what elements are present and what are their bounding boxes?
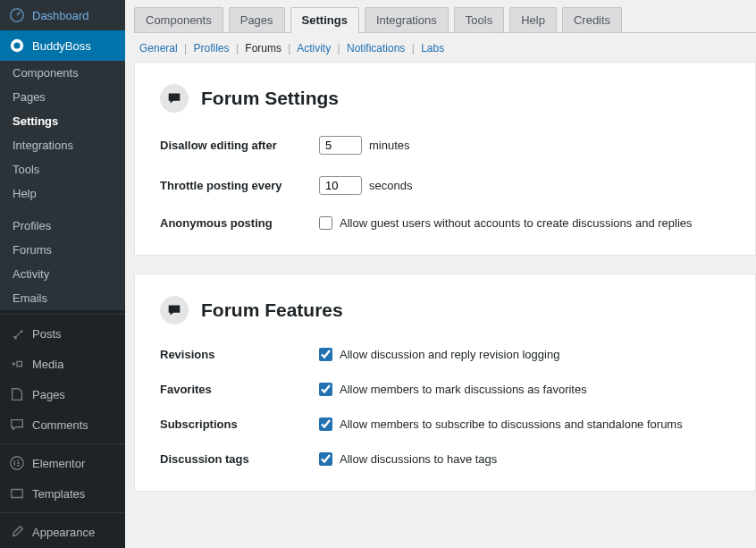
row-throttle: Throttle posting every seconds bbox=[160, 176, 730, 195]
checkbox-favorites[interactable] bbox=[319, 383, 332, 396]
sidebar-sub-pages[interactable]: Pages bbox=[0, 85, 125, 109]
label-editing: Disallow editing after bbox=[160, 139, 319, 152]
sidebar-item-comments[interactable]: Comments bbox=[0, 409, 125, 440]
dashboard-icon bbox=[9, 7, 25, 23]
brush-icon bbox=[9, 524, 25, 540]
checkbox-subscriptions[interactable] bbox=[319, 417, 332, 431]
sidebar-item-buddyboss[interactable]: BuddyBoss bbox=[0, 30, 125, 61]
sidebar-sub-integrations[interactable]: Integrations bbox=[0, 133, 125, 157]
subnav-forums[interactable]: Forums bbox=[245, 42, 281, 55]
subnav-labs[interactable]: Labs bbox=[421, 42, 444, 55]
main-content: Components Pages Settings Integrations T… bbox=[125, 0, 756, 548]
tab-integrations[interactable]: Integrations bbox=[365, 7, 449, 32]
panel-forum-settings: Forum Settings Disallow editing after mi… bbox=[134, 62, 756, 256]
panel-title: Forum Features bbox=[201, 299, 343, 321]
tab-help[interactable]: Help bbox=[509, 7, 557, 32]
sidebar-sub-components[interactable]: Components bbox=[0, 61, 125, 85]
panel-title: Forum Settings bbox=[201, 88, 339, 109]
sidebar-sub-forums[interactable]: Forums bbox=[0, 238, 125, 262]
svg-point-3 bbox=[13, 362, 16, 366]
elementor-icon bbox=[9, 455, 25, 471]
comment-icon bbox=[9, 417, 25, 433]
checkbox-tags-desc: Allow discussions to have tags bbox=[340, 452, 497, 466]
sidebar-item-templates[interactable]: Templates bbox=[0, 478, 125, 509]
unit-seconds: seconds bbox=[369, 179, 412, 192]
subnav-profiles[interactable]: Profiles bbox=[194, 42, 230, 55]
pin-icon bbox=[9, 325, 25, 341]
label-anonymous: Anonymous posting bbox=[160, 216, 319, 230]
sidebar-item-pages[interactable]: Pages bbox=[0, 379, 125, 409]
buddyboss-icon bbox=[9, 38, 25, 54]
checkbox-subscriptions-desc: Allow members to subscribe to discussion… bbox=[340, 417, 683, 431]
subnav-general[interactable]: General bbox=[139, 42, 178, 55]
input-editing-minutes[interactable] bbox=[319, 136, 362, 155]
sidebar-sub-settings[interactable]: Settings bbox=[0, 109, 125, 133]
sidebar-item-label: Dashboard bbox=[32, 9, 89, 22]
settings-subnav: General | Profiles | Forums | Activity |… bbox=[134, 33, 756, 62]
admin-sidebar: Dashboard BuddyBoss Components Pages Set… bbox=[0, 0, 125, 548]
tab-credits[interactable]: Credits bbox=[562, 7, 622, 32]
tab-tools[interactable]: Tools bbox=[454, 7, 504, 32]
input-throttle-seconds[interactable] bbox=[319, 176, 362, 195]
sidebar-item-posts[interactable]: Posts bbox=[0, 318, 125, 349]
forum-icon bbox=[160, 84, 189, 113]
tab-components[interactable]: Components bbox=[134, 7, 223, 32]
tab-settings[interactable]: Settings bbox=[290, 7, 359, 32]
sidebar-sub-help[interactable]: Help bbox=[0, 181, 125, 206]
checkbox-tags[interactable] bbox=[319, 452, 332, 466]
sidebar-sub-tools[interactable]: Tools bbox=[0, 157, 125, 181]
page-icon bbox=[9, 386, 25, 402]
row-discussion-tags: Discussion tags Allow discussions to hav… bbox=[160, 452, 730, 466]
label-tags: Discussion tags bbox=[160, 452, 319, 466]
unit-minutes: minutes bbox=[369, 139, 410, 152]
label-revisions: Revisions bbox=[160, 348, 319, 361]
checkbox-favorites-desc: Allow members to mark discussions as fav… bbox=[340, 383, 587, 396]
sidebar-sub-profiles[interactable]: Profiles bbox=[0, 214, 125, 238]
label-subscriptions: Subscriptions bbox=[160, 417, 319, 431]
checkbox-anonymous[interactable] bbox=[319, 216, 332, 230]
checkbox-revisions[interactable] bbox=[319, 348, 332, 361]
sidebar-item-dashboard[interactable]: Dashboard bbox=[0, 0, 125, 30]
sidebar-sub-activity[interactable]: Activity bbox=[0, 262, 125, 286]
media-icon bbox=[9, 356, 25, 372]
label-favorites: Favorites bbox=[160, 383, 319, 396]
row-subscriptions: Subscriptions Allow members to subscribe… bbox=[160, 417, 730, 431]
tab-pages[interactable]: Pages bbox=[229, 7, 285, 32]
sidebar-submenu-buddyboss: Components Pages Settings Integrations T… bbox=[0, 61, 125, 310]
row-anonymous: Anonymous posting Allow guest users with… bbox=[160, 216, 730, 230]
sidebar-item-label: BuddyBoss bbox=[32, 39, 91, 53]
checkbox-anonymous-desc: Allow guest users without accounts to cr… bbox=[340, 216, 693, 230]
panel-forum-features: Forum Features Revisions Allow discussio… bbox=[134, 274, 756, 492]
row-disallow-editing: Disallow editing after minutes bbox=[160, 136, 730, 155]
checkbox-revisions-desc: Allow discussion and reply revision logg… bbox=[340, 348, 559, 361]
row-favorites: Favorites Allow members to mark discussi… bbox=[160, 383, 730, 396]
forum-icon bbox=[160, 296, 189, 325]
sidebar-item-media[interactable]: Media bbox=[0, 349, 125, 379]
sidebar-item-elementor[interactable]: Elementor bbox=[0, 448, 125, 478]
row-revisions: Revisions Allow discussion and reply rev… bbox=[160, 348, 730, 361]
sidebar-sub-emails[interactable]: Emails bbox=[0, 286, 125, 310]
svg-point-2 bbox=[13, 42, 20, 48]
label-throttle: Throttle posting every bbox=[160, 179, 319, 192]
sidebar-item-appearance[interactable]: Appearance bbox=[0, 517, 125, 547]
subnav-notifications[interactable]: Notifications bbox=[347, 42, 405, 55]
tab-bar: Components Pages Settings Integrations T… bbox=[134, 0, 756, 33]
templates-icon bbox=[9, 485, 25, 502]
subnav-activity[interactable]: Activity bbox=[297, 42, 331, 55]
